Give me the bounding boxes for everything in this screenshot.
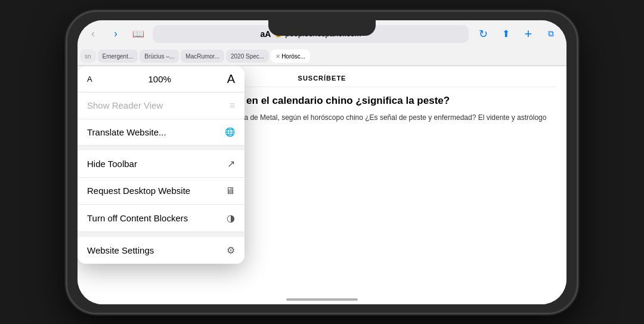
phone-frame: ‹ › 📖 aA 🔒 peopleenespanol.com ↻ ⬆ + ⧉ s… — [66, 10, 578, 314]
menu-item-label-content-blockers: Turn off Content Blockers — [87, 213, 222, 223]
tab-macrumor[interactable]: MacRumor... — [181, 50, 224, 63]
font-percent-display: 100% — [92, 74, 227, 84]
tab-horoscopo[interactable]: ✕ Horósc... — [271, 50, 310, 63]
phone-screen: ‹ › 📖 aA 🔒 peopleenespanol.com ↻ ⬆ + ⧉ s… — [78, 20, 566, 304]
main-content: SUSCRÍBETE El año de la rata en el calen… — [78, 66, 566, 304]
menu-item-label-request-desktop: Request Desktop Website — [87, 186, 221, 196]
new-tab-button[interactable]: + — [520, 26, 537, 42]
bookmarks-button[interactable]: 📖 — [130, 26, 147, 42]
tabs-bar: sn Emergent... Brücius –... MacRumor... … — [78, 48, 566, 66]
menu-item-label-hide-toolbar: Hide Toolbar — [87, 159, 222, 169]
notch — [268, 20, 376, 36]
menu-item-website-settings[interactable]: Website Settings ⚙ — [78, 237, 244, 264]
font-increase-button[interactable]: A — [227, 72, 235, 86]
font-decrease-button[interactable]: A — [87, 75, 92, 84]
forward-button[interactable]: › — [107, 26, 124, 42]
tab-label: Horósc... — [281, 53, 305, 60]
tab-label: 2020 Spec... — [231, 53, 264, 60]
menu-item-label-translate: Translate Website... — [87, 127, 220, 137]
tab-2020spec[interactable]: 2020 Spec... — [226, 50, 269, 63]
tab-label: Emergent... — [103, 53, 134, 60]
tab-brucius[interactable]: Brücius –... — [140, 50, 179, 63]
font-size-row: A 100% A — [78, 66, 244, 92]
content-blockers-icon: ◑ — [227, 212, 235, 224]
hide-toolbar-icon: ↗ — [227, 158, 235, 169]
tabs-button[interactable]: ⧉ — [543, 26, 559, 42]
refresh-button[interactable]: ↻ — [475, 26, 491, 42]
menu-item-hide-toolbar[interactable]: Hide Toolbar ↗ — [78, 150, 244, 178]
tab-label: sn — [85, 53, 91, 60]
popup-overlay: A 100% A Show Reader View ≡ Translate We… — [78, 66, 566, 304]
tab-label: Brücius –... — [144, 53, 174, 60]
menu-item-request-desktop[interactable]: Request Desktop Website 🖥 — [78, 178, 244, 205]
tab-sn[interactable]: sn — [80, 50, 96, 63]
settings-icon: ⚙ — [227, 245, 235, 256]
menu-item-show-reader-view[interactable]: Show Reader View ≡ — [78, 92, 244, 119]
tab-emergent[interactable]: Emergent... — [98, 50, 138, 63]
back-button[interactable]: ‹ — [85, 26, 101, 42]
menu-item-content-blockers[interactable]: Turn off Content Blockers ◑ — [78, 205, 244, 232]
menu-item-translate-website[interactable]: Translate Website... 🌐 — [78, 119, 244, 146]
side-button — [66, 84, 66, 107]
share-button[interactable]: ⬆ — [497, 26, 514, 42]
menu-item-label-show-reader-view: Show Reader View — [87, 100, 225, 110]
popup-menu: A 100% A Show Reader View ≡ Translate We… — [78, 66, 244, 264]
tab-label: MacRumor... — [185, 53, 219, 60]
menu-item-label-website-settings: Website Settings — [87, 245, 222, 255]
tab-close-icon[interactable]: ✕ — [275, 53, 280, 60]
menu-separator-1 — [78, 146, 244, 150]
desktop-icon: 🖥 — [225, 186, 235, 196]
translate-icon: 🌐 — [225, 127, 235, 137]
reader-view-icon: ≡ — [230, 100, 235, 111]
menu-separator-2 — [78, 232, 244, 237]
